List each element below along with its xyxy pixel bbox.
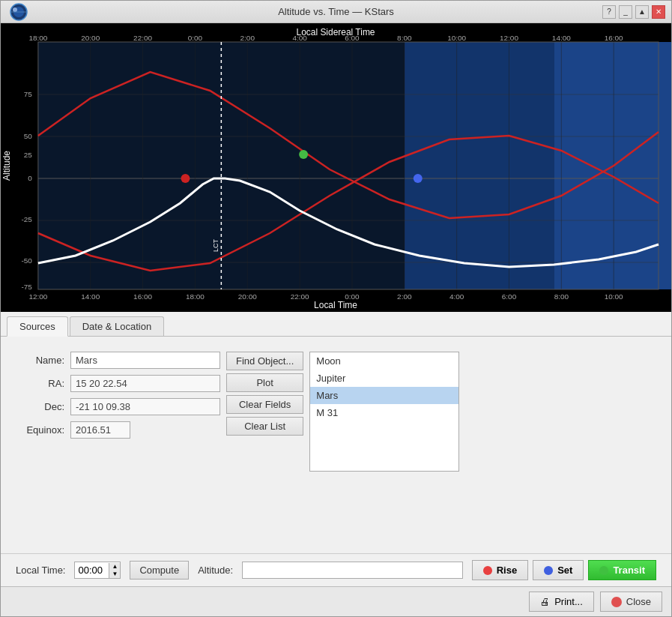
time-input-wrap: ▲ ▼: [74, 562, 121, 579]
list-item-mars[interactable]: Mars: [310, 387, 458, 404]
titlebar: Altitude vs. Time — KStars ? _ ▲ ✕: [1, 1, 671, 23]
svg-rect-5: [405, 42, 554, 289]
svg-text:6:00: 6:00: [345, 34, 360, 42]
transit-dot: [599, 566, 608, 575]
ra-input[interactable]: [70, 375, 220, 392]
svg-text:12:00: 12:00: [28, 292, 47, 301]
svg-text:-75: -75: [22, 283, 33, 291]
minimize-button[interactable]: _: [619, 5, 632, 19]
svg-text:0:00: 0:00: [345, 292, 360, 301]
bottom-panel: Sources Date & Location Name: RA: Dec:: [1, 312, 671, 586]
svg-point-2: [13, 7, 17, 12]
equinox-input[interactable]: [70, 421, 130, 439]
svg-text:Local Sidereal Time: Local Sidereal Time: [296, 27, 375, 37]
time-input[interactable]: [75, 562, 109, 578]
plot-button[interactable]: Plot: [226, 373, 303, 392]
clear-fields-button[interactable]: Clear Fields: [226, 395, 303, 414]
close-label: Close: [626, 596, 651, 607]
svg-text:8:00: 8:00: [397, 34, 412, 42]
svg-text:22:00: 22:00: [291, 292, 309, 301]
svg-text:12:00: 12:00: [500, 34, 518, 42]
name-label: Name:: [16, 355, 64, 366]
sources-tab-content: Name: RA: Dec: Equinox:: [1, 337, 671, 553]
list-item-jupiter[interactable]: Jupiter: [310, 370, 458, 387]
footer-bar: 🖨 Print... Close: [1, 586, 671, 616]
source-form: Name: RA: Dec: Equinox:: [16, 352, 220, 439]
action-buttons: Find Object... Plot Clear Fields Clear L…: [226, 352, 303, 436]
app-logo: [7, 3, 37, 21]
window-controls: ? _ ▲ ✕: [602, 5, 665, 19]
list-item-m31[interactable]: M 31: [310, 404, 458, 421]
find-object-button[interactable]: Find Object...: [226, 352, 303, 370]
svg-text:20:00: 20:00: [81, 34, 100, 42]
svg-text:6:00: 6:00: [502, 292, 517, 301]
close-window-button[interactable]: ✕: [652, 5, 665, 19]
svg-text:75: 75: [24, 90, 33, 98]
set-dot: [544, 566, 553, 575]
rise-dot: [483, 566, 492, 575]
svg-text:0:00: 0:00: [188, 34, 203, 42]
svg-point-27: [181, 174, 190, 183]
bottom-controls: Local Time: ▲ ▼ Compute Altitude: Rise: [1, 553, 671, 586]
svg-text:25: 25: [24, 151, 33, 159]
time-up-button[interactable]: ▲: [109, 563, 120, 571]
time-down-button[interactable]: ▼: [109, 571, 120, 578]
list-item-moon[interactable]: Moon: [310, 352, 458, 370]
svg-text:18:00: 18:00: [28, 34, 47, 42]
svg-text:Local Time: Local Time: [314, 300, 357, 310]
svg-text:10:00: 10:00: [605, 292, 623, 301]
svg-text:8:00: 8:00: [554, 292, 569, 301]
svg-point-28: [299, 150, 308, 159]
maximize-button[interactable]: ▲: [635, 5, 649, 19]
svg-text:-50: -50: [22, 256, 33, 265]
help-button[interactable]: ?: [602, 5, 616, 19]
object-list: Moon Jupiter Mars M 31: [309, 352, 459, 472]
svg-text:14:00: 14:00: [81, 292, 100, 301]
dec-input[interactable]: [70, 398, 220, 415]
print-icon: 🖨: [540, 596, 550, 607]
transit-label: Transit: [613, 565, 645, 576]
dialog-close-button[interactable]: Close: [600, 592, 662, 612]
svg-text:14:00: 14:00: [552, 34, 571, 42]
svg-text:4:00: 4:00: [449, 292, 464, 301]
compute-button[interactable]: Compute: [130, 561, 189, 580]
ra-label: RA:: [16, 378, 64, 389]
svg-text:16:00: 16:00: [133, 292, 152, 301]
transit-button[interactable]: Transit: [588, 560, 656, 580]
svg-text:LCT: LCT: [212, 239, 220, 252]
close-icon: [611, 597, 622, 607]
svg-text:2:00: 2:00: [240, 34, 255, 42]
tab-date-location[interactable]: Date & Location: [70, 316, 165, 336]
object-list-container: Moon Jupiter Mars M 31: [309, 352, 459, 472]
svg-text:0: 0: [28, 174, 32, 182]
altitude-input[interactable]: [242, 562, 463, 579]
rise-button[interactable]: Rise: [472, 560, 528, 580]
equinox-label: Equinox:: [16, 424, 64, 436]
altitude-chart: LCT Local Sidereal Time 18:00 20:00 22:0…: [1, 23, 671, 312]
set-button[interactable]: Set: [533, 560, 584, 580]
svg-point-29: [414, 174, 423, 183]
time-spinner[interactable]: ▲ ▼: [109, 563, 120, 578]
svg-text:50: 50: [24, 132, 33, 140]
rise-label: Rise: [497, 565, 517, 576]
svg-text:18:00: 18:00: [186, 292, 205, 301]
svg-text:16:00: 16:00: [605, 34, 623, 42]
print-label: Print...: [554, 596, 583, 607]
local-time-label: Local Time:: [16, 565, 65, 576]
tab-sources[interactable]: Sources: [7, 316, 68, 337]
tab-bar: Sources Date & Location: [1, 312, 671, 337]
event-buttons: Rise Set Transit: [472, 560, 656, 580]
svg-text:20:00: 20:00: [238, 292, 257, 301]
window-title: Altitude vs. Time — KStars: [278, 6, 394, 17]
svg-text:Altitude: Altitude: [1, 151, 12, 181]
altitude-label: Altitude:: [198, 565, 233, 576]
dec-label: Dec:: [16, 401, 64, 412]
print-button[interactable]: 🖨 Print...: [529, 592, 594, 612]
main-window: Altitude vs. Time — KStars ? _ ▲ ✕: [0, 0, 672, 617]
svg-text:2:00: 2:00: [397, 292, 412, 301]
svg-text:-25: -25: [22, 215, 33, 223]
clear-list-button[interactable]: Clear List: [226, 417, 303, 436]
svg-text:4:00: 4:00: [292, 34, 307, 42]
name-input[interactable]: [70, 352, 220, 369]
set-label: Set: [557, 565, 572, 576]
